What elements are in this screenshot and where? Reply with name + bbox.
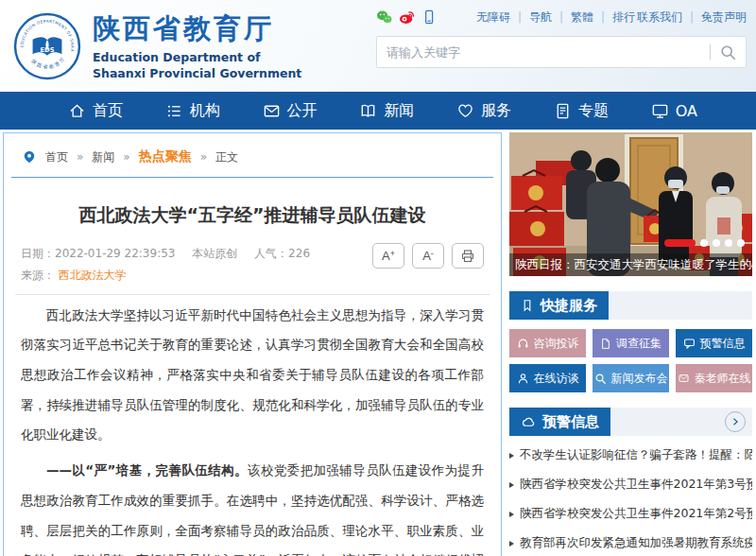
source-label: 来源： — [21, 269, 55, 282]
carousel-indicator[interactable] — [713, 239, 720, 247]
news-icon — [359, 102, 377, 120]
carousel-indicator[interactable] — [700, 239, 708, 247]
bullet-icon — [509, 482, 514, 488]
article-date: 日期：2022-01-29 22:39:53 — [21, 247, 175, 260]
top-link-ranking[interactable]: 排行 — [612, 9, 635, 26]
article-origin: 本站原创 — [192, 247, 237, 260]
font-decrease-button[interactable]: A- — [412, 243, 444, 269]
carousel-indicator[interactable] — [725, 239, 732, 247]
print-button[interactable] — [452, 243, 484, 269]
article-paragraph-2: ——以“严”培基，完善队伍结构。该校党委把加强辅导员队伍建设作为提升思想政治教育… — [21, 456, 484, 556]
nav-item-home[interactable]: 首页 — [68, 101, 123, 121]
breadcrumb-current: 正文 — [192, 149, 238, 165]
contact-us-link[interactable]: 联系我们 — [637, 9, 701, 26]
oa-icon — [651, 102, 669, 120]
breadcrumb-home[interactable]: 首页 — [45, 149, 68, 165]
warning-item[interactable]: 教育部再次印发紧急通知加强暑期教育系统疫情防控工作 — [509, 529, 752, 556]
qs-button-online-interview[interactable]: 在线访谈 — [509, 364, 586, 392]
bullet-icon — [509, 453, 514, 459]
warning-item[interactable]: 陕西省学校突发公共卫生事件2021年第3号预警 — [509, 470, 752, 499]
chat-icon — [683, 338, 696, 350]
breadcrumb-divider — [11, 177, 493, 178]
search-button[interactable] — [720, 44, 736, 61]
nav-item-disclosure[interactable]: 公开 — [263, 101, 318, 121]
mail-icon — [678, 373, 690, 384]
source-link[interactable]: 西北政法大学 — [59, 269, 127, 282]
breadcrumb-hotspot[interactable]: 热点聚焦 — [114, 148, 191, 165]
warnings-title-box: 预警信息 — [509, 408, 610, 436]
service-icon — [456, 102, 474, 120]
corner-links: 联系我们 免责声明 — [637, 9, 747, 26]
search-icon — [594, 373, 607, 385]
site-subtitle: Education Department of Shaanxi Provinci… — [93, 50, 301, 81]
bullet-icon — [509, 512, 514, 517]
search-box — [376, 36, 747, 68]
meta-divider — [15, 294, 490, 295]
carousel-indicators — [664, 239, 745, 247]
warning-item[interactable]: 陕西省学校突发公共卫生事件2021年第2号预警 — [509, 499, 752, 529]
department-logo: EDUCATION DEPARTMENT OF SHAANXI 陕西省教育厅 E… — [13, 12, 81, 80]
news-carousel[interactable]: 陕西日报：西安交通大学西安味道暖了学生的心 — [509, 132, 752, 276]
qs-button-press-conference[interactable]: 新闻发布会 — [593, 364, 669, 392]
wechat-icon[interactable] — [376, 9, 392, 25]
quick-services-title-box: 快捷服务 — [509, 291, 609, 320]
topics-icon — [554, 102, 572, 120]
breadcrumb-news[interactable]: 新闻 — [68, 149, 114, 165]
quick-services-grid: 咨询投诉 调查征集 预警信息 — [509, 329, 752, 392]
warnings-header: 预警信息 — [509, 408, 752, 436]
site-brand: EDUCATION DEPARTMENT OF SHAANXI 陕西省教育厅 E… — [0, 0, 370, 92]
article-panel: 首页 新闻 热点聚焦 正文 西北政法大学“五字经”推进辅导员队伍建设 日期：20… — [3, 132, 502, 556]
bookmark-icon — [521, 298, 534, 313]
quick-services-header: 快捷服务 — [509, 291, 752, 320]
nav-item-news[interactable]: 新闻 — [359, 101, 414, 121]
disclaimer-link[interactable]: 免责声明 — [701, 9, 747, 26]
top-link-traditional[interactable]: 繁體 — [571, 9, 612, 26]
home-icon — [68, 102, 86, 120]
paragraph-2-lead: ——以“严”培基，完善队伍结构。 — [46, 462, 248, 478]
breadcrumb: 首页 新闻 热点聚焦 正文 — [21, 133, 484, 174]
qs-button-consult-complaint[interactable]: 咨询投诉 — [509, 329, 586, 357]
warning-item[interactable]: 不改学生认证影响征信？骗子套路！提醒：陌生来电不轻信 — [509, 441, 752, 470]
social-icons — [376, 9, 437, 25]
main-nav: 首页 机构 公开 新闻 服务 专题 — [0, 92, 756, 130]
nav-item-service[interactable]: 服务 — [456, 101, 511, 121]
search-input[interactable] — [387, 45, 700, 60]
font-increase-button[interactable]: A+ — [372, 243, 404, 269]
article-paragraph-1: 西北政法大学坚持以习近平新时代中国特色社会主义思想为指导，深入学习贯彻落实习近平… — [21, 301, 484, 451]
bullet-icon — [509, 541, 514, 547]
svg-text:EDS: EDS — [41, 46, 55, 54]
content: 首页 新闻 热点聚焦 正文 西北政法大学“五字经”推进辅导员队伍建设 日期：20… — [0, 130, 756, 556]
headset-icon — [517, 338, 529, 350]
qs-button-survey[interactable]: 调查征集 — [593, 329, 669, 357]
nav-item-oa[interactable]: OA — [651, 102, 697, 120]
article-views: 人气：226 — [254, 247, 310, 260]
sidebar: 陕西日报：西安交通大学西安味道暖了学生的心 快捷服务 咨询投诉 — [509, 132, 752, 556]
carousel-caption[interactable]: 陕西日报：西安交通大学西安味道暖了学生的心 — [509, 253, 752, 276]
mobile-icon[interactable] — [421, 9, 437, 25]
article-tools: A+ A- — [372, 243, 484, 269]
document-icon — [600, 338, 611, 350]
qs-button-warning-info[interactable]: 预警信息 — [676, 329, 752, 357]
weibo-icon[interactable] — [399, 9, 415, 25]
top-link-sitemap[interactable]: 导航 — [529, 9, 571, 26]
site-header: EDUCATION DEPARTMENT OF SHAANXI 陕西省教育厅 E… — [0, 0, 756, 92]
location-pin-icon — [23, 149, 36, 165]
top-link-accessibility[interactable]: 无障碍 — [476, 9, 529, 26]
brand-text: 陕西省教育厅 Education Department of Shaanxi P… — [93, 10, 301, 81]
nav-item-topics[interactable]: 专题 — [554, 101, 609, 121]
header-right: 无障碍 导航 繁體 排行 联系我们 免责声明 — [370, 0, 756, 92]
article-meta: 日期：2022-01-29 22:39:53 本站原创 人气：226 来源： 西… — [21, 243, 484, 287]
top-links: 无障碍 导航 繁體 排行 — [476, 9, 635, 26]
org-icon — [165, 102, 183, 120]
disclosure-icon — [263, 102, 281, 120]
printer-icon — [460, 249, 475, 264]
article-source-row: 来源： 西北政法大学 — [21, 265, 323, 287]
warning-list: 不改学生认证影响征信？骗子套路！提醒：陌生来电不轻信 陕西省学校突发公共卫生事件… — [509, 441, 752, 556]
nav-item-org[interactable]: 机构 — [165, 101, 220, 121]
chevron-right-icon — [730, 416, 741, 427]
article-title: 西北政法大学“五字经”推进辅导员队伍建设 — [21, 203, 484, 228]
carousel-indicator-active[interactable] — [664, 239, 696, 247]
warnings-more-button[interactable] — [725, 411, 746, 432]
qs-button-teacher-qin-online[interactable]: 秦老师在线 — [676, 364, 752, 392]
carousel-indicator[interactable] — [737, 239, 745, 247]
